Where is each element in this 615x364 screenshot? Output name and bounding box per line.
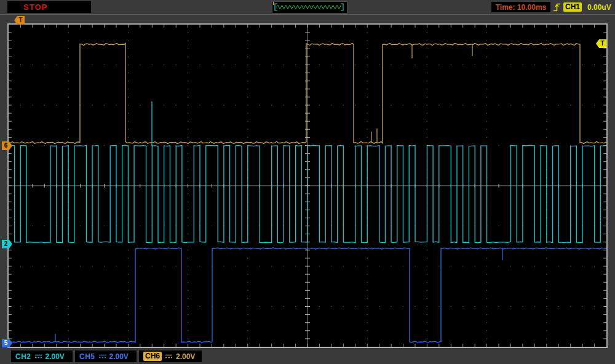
preview-waveform-icon (272, 2, 346, 12)
horizontal-position-preview[interactable] (272, 1, 347, 14)
ch2-status-box[interactable]: CH2 2.00V (11, 350, 73, 362)
ch2-scale-value: 2.00V (46, 352, 65, 361)
acquisition-status: STOP (23, 2, 47, 12)
trigger-level-value: 0.00uV (587, 3, 611, 12)
ch5-scale-value: 2.00V (109, 352, 129, 361)
ch5-label: CH5 (79, 352, 95, 361)
ch6-trace-glitches (371, 44, 472, 143)
trigger-source-badge: CH1 (563, 2, 582, 12)
ch2-label: CH2 (15, 352, 31, 361)
dc-coupling-icon (165, 354, 173, 359)
ch6-status-box[interactable]: CH6 2.00V (139, 350, 202, 362)
timebase-box: Time: 10.00ms (491, 2, 550, 12)
channel-status-bar: CH2 2.00V CH5 2.00V CH6 2.00V (0, 348, 615, 364)
ch6-label-badge: CH6 (143, 352, 162, 361)
oscilloscope-screen: { "header": { "status": "STOP", "timebas… (0, 0, 615, 364)
acquisition-status-box: STOP (7, 1, 91, 13)
trigger-status-group: CH1 0.00uV (553, 1, 611, 13)
rising-edge-trigger-icon (553, 2, 561, 12)
waveform-canvas (9, 25, 606, 347)
graticule-display (7, 23, 608, 348)
ch5-status-box[interactable]: CH5 2.00V (75, 350, 137, 362)
timebase-value: Time: 10.00ms (496, 3, 547, 12)
ch6-scale-value: 2.00V (176, 352, 195, 361)
dc-coupling-icon (98, 354, 106, 359)
dc-coupling-icon (34, 354, 42, 359)
ch2-trace (9, 145, 606, 243)
top-status-bar: STOP Time: 10.00ms CH1 0.00uV (0, 0, 615, 15)
ch5-trace-glitches (55, 248, 502, 342)
